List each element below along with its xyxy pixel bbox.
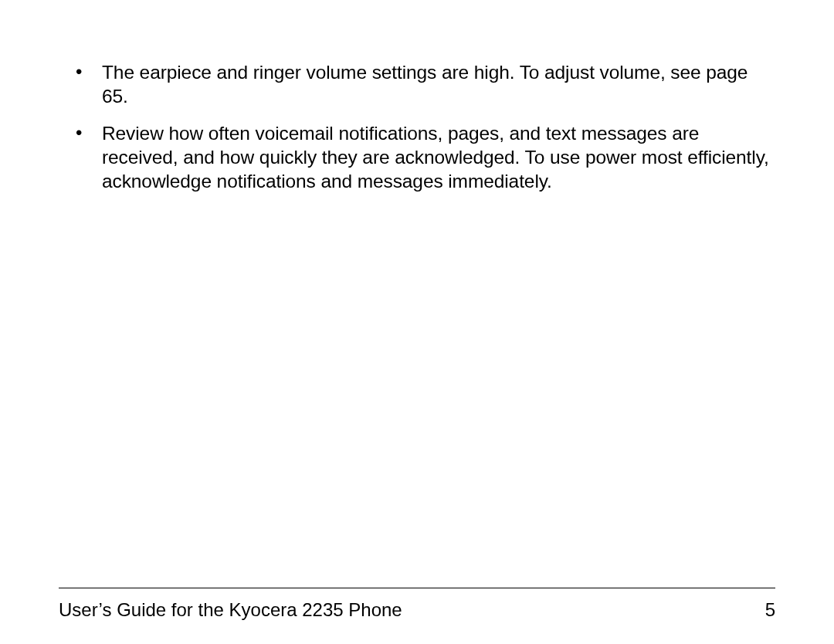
footer-row: User’s Guide for the Kyocera 2235 Phone …	[59, 599, 775, 621]
page-number: 5	[765, 599, 775, 621]
content-area: The earpiece and ringer volume settings …	[59, 60, 775, 644]
page-container: The earpiece and ringer volume settings …	[0, 0, 834, 644]
footer-divider	[59, 588, 775, 588]
list-item: Review how often voicemail notifications…	[59, 121, 775, 194]
bullet-list: The earpiece and ringer volume settings …	[59, 60, 775, 194]
footer-title: User’s Guide for the Kyocera 2235 Phone	[59, 599, 402, 621]
page-footer: User’s Guide for the Kyocera 2235 Phone …	[59, 588, 775, 621]
list-item: The earpiece and ringer volume settings …	[59, 60, 775, 109]
